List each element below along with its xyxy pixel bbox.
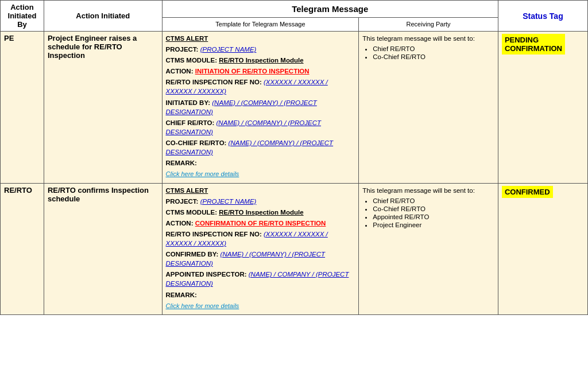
ctms-alert-title: CTMS ALERT xyxy=(166,35,208,42)
cell-template: CTMS ALERTPROJECT: (PROJECT NAME)CTMS MO… xyxy=(162,32,359,184)
more-details-link[interactable]: Click here for more details xyxy=(166,302,239,309)
receiving-party: Chief RE/RTO xyxy=(373,197,494,204)
action-label: ACTION: xyxy=(166,220,194,227)
more-details-link[interactable]: Click here for more details xyxy=(166,170,239,177)
receiving-party: Appointed RE/RTO xyxy=(373,213,494,220)
project-label: PROJECT: xyxy=(166,46,199,53)
receiving-list: Chief RE/RTOCo-Chief RE/RTO xyxy=(373,45,494,60)
col-header-action-initiated: Action Initiated xyxy=(44,1,162,32)
confirmed-label: CONFIRMED BY: xyxy=(166,251,219,258)
module-value: RE/RTO Inspection Module xyxy=(219,57,303,64)
receiving-party: Co-Chief RE/RTO xyxy=(373,53,494,60)
cell-receiving: This telegram message will be sent to:Ch… xyxy=(359,183,498,314)
module-label: CTMS MODULE: xyxy=(166,57,217,64)
receiving-party: Project Engineer xyxy=(373,221,494,228)
cell-initiated-by: PE xyxy=(1,32,44,184)
refno-label: RE/RTO INSPECTION REF NO: xyxy=(166,79,262,85)
appointed-label: APPOINTED INSPECTOR: xyxy=(166,271,247,278)
col-header-receiving: Receiving Party xyxy=(359,17,498,31)
cell-initiated-by: RE/RTO xyxy=(1,183,44,314)
chief-label: CHIEF RE/RTO: xyxy=(166,119,215,126)
col-header-status: Status Tag xyxy=(498,1,587,32)
refno-label: RE/RTO INSPECTION REF NO: xyxy=(166,231,262,238)
project-value[interactable]: (PROJECT NAME) xyxy=(200,46,257,53)
receiving-list: Chief RE/RTOCo-Chief RE/RTOAppointed RE/… xyxy=(373,197,494,228)
cell-status: PENDING CONFIRMATION xyxy=(498,32,587,184)
receiving-party: Chief RE/RTO xyxy=(373,45,494,52)
col-header-telegram: Telegram Message xyxy=(162,1,498,18)
col-header-template: Template for Telegram Message xyxy=(162,17,359,31)
action-value: CONFIRMATION OF RE/RTO INSPECTION xyxy=(195,220,326,227)
table-row: PEProject Engineer raises a schedule for… xyxy=(1,32,588,184)
cell-status: CONFIRMED xyxy=(498,183,587,314)
cell-action: RE/RTO confirms Inspection schedule xyxy=(44,183,162,314)
action-label: ACTION: xyxy=(166,68,194,75)
module-value: RE/RTO Inspection Module xyxy=(219,209,303,216)
cell-template: CTMS ALERTPROJECT: (PROJECT NAME)CTMS MO… xyxy=(162,183,359,314)
col-header-initiated-by: Action Initiated By xyxy=(1,1,44,32)
table-row: RE/RTORE/RTO confirms Inspection schedul… xyxy=(1,183,588,314)
cell-action: Project Engineer raises a schedule for R… xyxy=(44,32,162,184)
module-label: CTMS MODULE: xyxy=(166,209,217,216)
main-table: Action Initiated By Action Initiated Tel… xyxy=(0,0,588,315)
receiving-intro: This telegram message will be sent to: xyxy=(362,34,494,43)
cell-receiving: This telegram message will be sent to:Ch… xyxy=(359,32,498,184)
initiated-label: INITIATED BY: xyxy=(166,99,211,106)
project-value[interactable]: (PROJECT NAME) xyxy=(200,198,257,205)
ctms-alert-title: CTMS ALERT xyxy=(166,187,208,194)
header-row-1: Action Initiated By Action Initiated Tel… xyxy=(1,1,588,18)
status-badge: CONFIRMED xyxy=(502,186,553,198)
project-label: PROJECT: xyxy=(166,198,199,205)
receiving-party: Co-Chief RE/RTO xyxy=(373,205,494,212)
status-badge: PENDING CONFIRMATION xyxy=(502,34,565,55)
receiving-intro: This telegram message will be sent to: xyxy=(362,186,494,195)
action-value: INITIATION OF RE/RTO INSPECTION xyxy=(195,68,310,75)
remark-label: REMARK: xyxy=(166,291,197,298)
remark-label: REMARK: xyxy=(166,160,197,166)
cochief-label: CO-CHIEF RE/RTO: xyxy=(166,139,227,146)
